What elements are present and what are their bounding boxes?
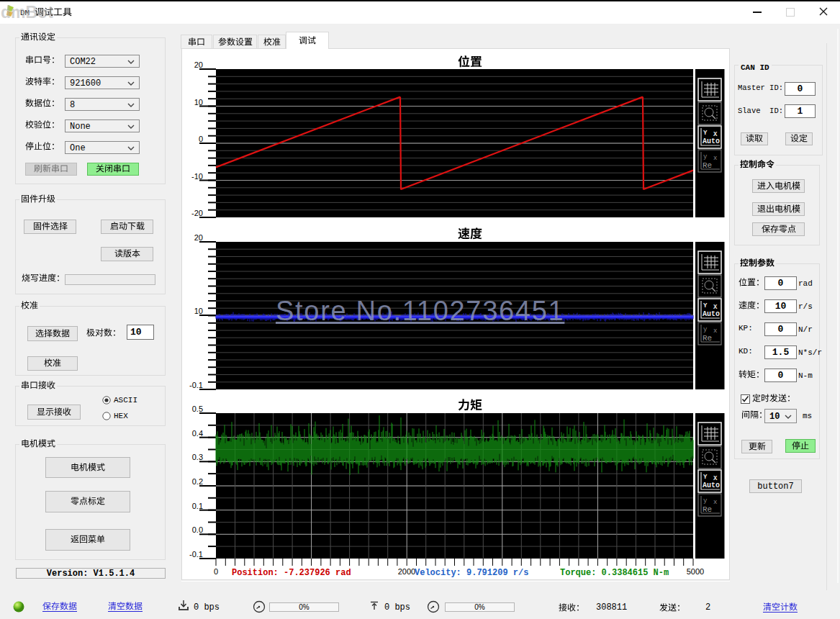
svg-text:y: y bbox=[703, 153, 708, 161]
svg-text:x: x bbox=[713, 327, 717, 335]
svg-text:20: 20 bbox=[194, 233, 203, 242]
svg-text:-0.1: -0.1 bbox=[189, 381, 203, 389]
svg-text:0.4: 0.4 bbox=[192, 429, 203, 438]
svg-text:2000: 2000 bbox=[398, 567, 415, 576]
svg-text:-20: -20 bbox=[191, 209, 203, 217]
svg-text:Y: Y bbox=[703, 302, 708, 310]
svg-text:5000: 5000 bbox=[687, 567, 704, 576]
svg-text:0.0: 0.0 bbox=[192, 525, 203, 534]
svg-text:x: x bbox=[713, 155, 717, 162]
svg-text:Re: Re bbox=[703, 161, 712, 170]
svg-text:Auto: Auto bbox=[703, 482, 720, 489]
svg-text:0: 0 bbox=[214, 567, 218, 576]
svg-text:-0.1: -0.1 bbox=[189, 550, 203, 559]
svg-text:10: 10 bbox=[194, 98, 203, 107]
svg-text:x: x bbox=[713, 499, 717, 506]
svg-text:Auto: Auto bbox=[703, 137, 720, 145]
svg-text:y: y bbox=[703, 497, 708, 505]
svg-text:Re: Re bbox=[703, 505, 712, 514]
svg-text:0.1: 0.1 bbox=[192, 502, 203, 510]
svg-text:10: 10 bbox=[194, 307, 203, 315]
svg-text:0: 0 bbox=[199, 135, 203, 143]
svg-text:Y: Y bbox=[703, 130, 708, 137]
svg-text:Re: Re bbox=[703, 334, 712, 343]
svg-text:y: y bbox=[703, 326, 708, 333]
svg-text:-10: -10 bbox=[191, 172, 203, 181]
svg-text:0.5: 0.5 bbox=[192, 405, 203, 413]
svg-text:0.2: 0.2 bbox=[192, 477, 203, 486]
svg-text:Y: Y bbox=[703, 474, 708, 481]
svg-text:0.3: 0.3 bbox=[192, 453, 203, 461]
svg-text:Auto: Auto bbox=[703, 310, 720, 318]
svg-text:20: 20 bbox=[194, 60, 203, 69]
